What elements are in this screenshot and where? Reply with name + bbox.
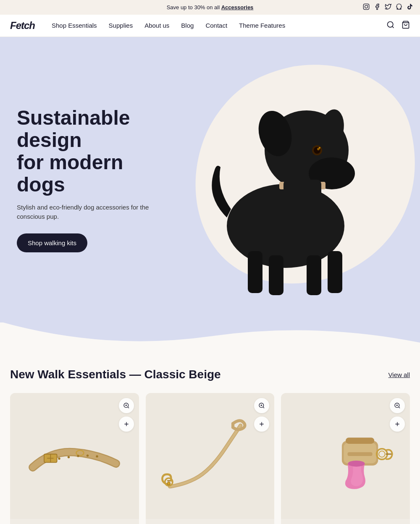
hero-headline: Sustainable design for modern dogs: [17, 107, 160, 196]
products-header: New Walk Essentials — Classic Beige View…: [10, 368, 410, 381]
nav-item-supplies[interactable]: Supplies: [109, 22, 133, 29]
product-card-collar: Beige Dog Collar $4000: [10, 393, 139, 524]
card-actions-collar: [119, 398, 134, 432]
nav-bar: Fetch Shop Essentials Supplies About us …: [0, 15, 420, 37]
hero-cta-button[interactable]: Shop walking kits: [17, 233, 87, 252]
nav-links: Shop Essentials Supplies About us Blog C…: [52, 22, 386, 29]
svg-point-28: [77, 455, 79, 457]
product-info-leash: Beige Dog Leash $4000: [146, 519, 275, 524]
nav-item-about-us[interactable]: About us: [144, 22, 169, 29]
products-section: New Walk Essentials — Classic Beige View…: [0, 351, 420, 524]
collar-illustration: [20, 418, 129, 494]
hero-section: Sustainable design for modern dogs Styli…: [0, 37, 420, 322]
svg-point-1: [365, 5, 368, 8]
zoom-button-leash[interactable]: [254, 398, 269, 413]
add-button-leash[interactable]: [254, 417, 269, 432]
nav-item-shop-essentials[interactable]: Shop Essentials: [52, 22, 97, 29]
add-button-poop-bag[interactable]: [390, 417, 405, 432]
nav-item-blog[interactable]: Blog: [181, 22, 194, 29]
zoom-button-collar[interactable]: [119, 398, 134, 413]
wave-divider: [0, 322, 420, 351]
svg-point-30: [96, 455, 98, 457]
svg-rect-19: [269, 255, 284, 295]
svg-rect-18: [248, 251, 262, 293]
products-heading: New Walk Essentials — Classic Beige: [10, 368, 221, 381]
svg-point-47: [376, 449, 387, 459]
svg-rect-21: [328, 251, 342, 293]
instagram-icon[interactable]: [363, 3, 370, 11]
announcement-link[interactable]: Accessories: [221, 4, 254, 10]
twitter-icon[interactable]: [385, 3, 391, 11]
tiktok-icon[interactable]: [407, 3, 413, 11]
svg-rect-51: [347, 452, 372, 456]
facebook-icon[interactable]: [374, 3, 381, 11]
hero-subtext: Stylish and eco-friendly dog accessories…: [17, 203, 160, 222]
svg-point-50: [348, 461, 365, 467]
svg-point-38: [167, 482, 170, 485]
product-card-poop-bag: Beige Poop Bag Holder $3000: [281, 393, 410, 524]
svg-rect-46: [346, 438, 374, 444]
hero-content: Sustainable design for modern dogs Styli…: [0, 107, 160, 252]
leash-illustration: [155, 414, 265, 498]
svg-point-14: [331, 166, 346, 176]
nav-actions: [386, 21, 410, 31]
search-icon[interactable]: [386, 21, 395, 31]
svg-point-13: [319, 147, 320, 149]
announcement-bar: Save up to 30% on all Accessories: [0, 0, 420, 15]
social-icons-group: [363, 3, 413, 11]
product-card-leash: Beige Dog Leash $4000: [146, 393, 275, 524]
view-all-link[interactable]: View all: [388, 371, 410, 378]
products-grid: Beige Dog Collar $4000: [10, 393, 410, 524]
product-info-collar: Beige Dog Collar $4000: [10, 519, 139, 524]
product-info-poop-bag: Beige Poop Bag Holder $3000: [281, 519, 410, 524]
card-actions-leash: [254, 398, 269, 432]
svg-point-26: [58, 458, 60, 460]
svg-point-27: [68, 456, 70, 458]
svg-point-29: [87, 454, 89, 456]
snapchat-icon[interactable]: [396, 3, 402, 11]
svg-point-2: [368, 5, 368, 5]
cart-icon[interactable]: [402, 21, 410, 31]
logo[interactable]: Fetch: [10, 20, 35, 31]
nav-item-contact[interactable]: Contact: [205, 22, 227, 29]
card-actions-poop-bag: [390, 398, 405, 432]
add-button-collar[interactable]: [119, 417, 134, 432]
svg-rect-17: [284, 180, 321, 199]
nav-item-theme-features[interactable]: Theme Features: [239, 22, 285, 29]
dog-image: [155, 50, 399, 318]
svg-point-48: [379, 451, 385, 457]
announcement-text: Save up to 30% on all Accessories: [57, 4, 363, 10]
svg-rect-0: [363, 4, 369, 9]
svg-point-3: [388, 21, 393, 27]
zoom-button-poop-bag[interactable]: [390, 398, 405, 413]
svg-rect-20: [307, 255, 321, 295]
poop-bag-illustration: [287, 414, 404, 498]
